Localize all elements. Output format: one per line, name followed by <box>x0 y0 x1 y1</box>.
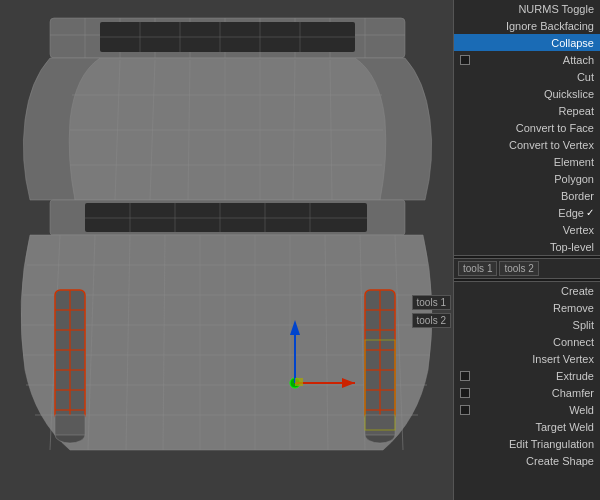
remove-item[interactable]: Remove <box>454 299 600 316</box>
element-item[interactable]: Element <box>454 153 600 170</box>
border-item[interactable]: Border <box>454 187 600 204</box>
extrude-item[interactable]: Extrude <box>454 367 600 384</box>
split-label: Split <box>460 319 594 331</box>
collapse-item[interactable]: Collapse <box>454 34 600 51</box>
ignore-backfacing-item[interactable]: Ignore Backfacing <box>454 17 600 34</box>
convert-to-face-label: Convert to Face <box>460 122 594 134</box>
vertex-label: Vertex <box>460 224 594 236</box>
vertex-item[interactable]: Vertex <box>454 221 600 238</box>
edit-triangulation-label: Edit Triangulation <box>460 438 594 450</box>
collapse-label: Collapse <box>460 37 594 49</box>
create-item[interactable]: Create <box>454 282 600 299</box>
cut-item[interactable]: Cut <box>454 68 600 85</box>
attach-label: Attach <box>474 54 594 66</box>
edge-label: Edge <box>460 207 584 219</box>
create-shape-item[interactable]: Create Shape <box>454 452 600 469</box>
chamfer-label: Chamfer <box>474 387 594 399</box>
border-label: Border <box>460 190 594 202</box>
extrude-checkbox[interactable] <box>460 371 470 381</box>
viewport-3d[interactable]: tools 1 tools 2 <box>0 0 453 500</box>
create-shape-label: Create Shape <box>460 455 594 467</box>
edit-triangulation-item[interactable]: Edit Triangulation <box>454 435 600 452</box>
convert-to-face-item[interactable]: Convert to Face <box>454 119 600 136</box>
weld-item[interactable]: Weld <box>454 401 600 418</box>
ignore-backfacing-label: Ignore Backfacing <box>460 20 594 32</box>
quickslice-item[interactable]: Quickslice <box>454 85 600 102</box>
convert-to-vertex-label: Convert to Vertex <box>460 139 594 151</box>
right-panel: NURMS Toggle Ignore Backfacing Collapse … <box>453 0 600 500</box>
connect-item[interactable]: Connect <box>454 333 600 350</box>
convert-to-vertex-item[interactable]: Convert to Vertex <box>454 136 600 153</box>
tools1-label: tools 1 <box>412 295 451 310</box>
edge-item[interactable]: Edge ✓ <box>454 204 600 221</box>
target-weld-label: Target Weld <box>460 421 594 433</box>
split-item[interactable]: Split <box>454 316 600 333</box>
polygon-item[interactable]: Polygon <box>454 170 600 187</box>
tools2-label: tools 2 <box>412 313 451 328</box>
tools1-button[interactable]: tools 1 <box>458 261 497 276</box>
chamfer-item[interactable]: Chamfer <box>454 384 600 401</box>
tools-row: tools 1 tools 2 <box>454 259 600 278</box>
polygon-label: Polygon <box>460 173 594 185</box>
insert-vertex-item[interactable]: Insert Vertex <box>454 350 600 367</box>
svg-rect-64 <box>55 415 85 435</box>
chamfer-checkbox[interactable] <box>460 388 470 398</box>
svg-rect-82 <box>295 378 303 386</box>
insert-vertex-label: Insert Vertex <box>460 353 594 365</box>
svg-rect-75 <box>365 415 395 435</box>
element-label: Element <box>460 156 594 168</box>
target-weld-item[interactable]: Target Weld <box>454 418 600 435</box>
extrude-label: Extrude <box>474 370 594 382</box>
cut-label: Cut <box>460 71 594 83</box>
remove-label: Remove <box>460 302 594 314</box>
create-label: Create <box>460 285 594 297</box>
svg-rect-30 <box>85 203 367 232</box>
attach-checkbox[interactable] <box>460 55 470 65</box>
quickslice-label: Quickslice <box>460 88 594 100</box>
edge-checkmark: ✓ <box>586 207 594 218</box>
weld-label: Weld <box>474 404 594 416</box>
top-level-label: Top-level <box>460 241 594 253</box>
nurms-toggle-label: NURMS Toggle <box>460 3 594 15</box>
weld-checkbox[interactable] <box>460 405 470 415</box>
nurms-toggle-item[interactable]: NURMS Toggle <box>454 0 600 17</box>
top-level-item[interactable]: Top-level <box>454 238 600 255</box>
repeat-item[interactable]: Repeat <box>454 102 600 119</box>
tools2-button[interactable]: tools 2 <box>499 261 538 276</box>
connect-label: Connect <box>460 336 594 348</box>
attach-item[interactable]: Attach <box>454 51 600 68</box>
repeat-label: Repeat <box>460 105 594 117</box>
